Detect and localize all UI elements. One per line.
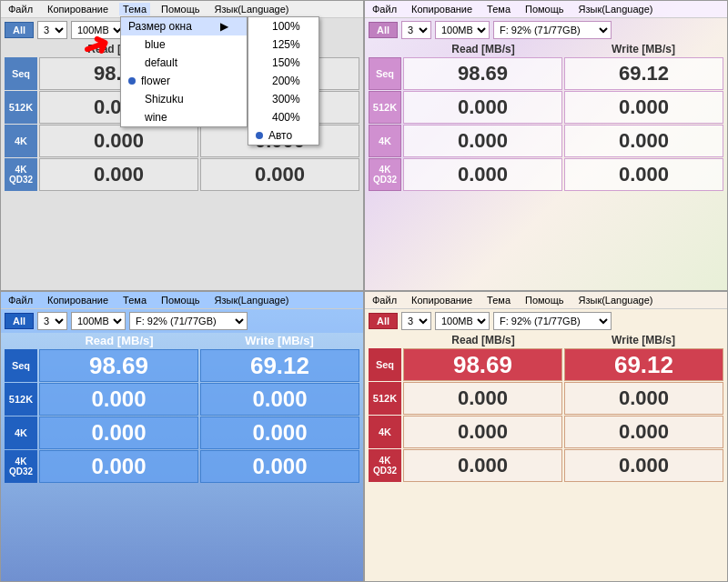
menu-copy-1[interactable]: Копирование [44, 3, 112, 15]
drive-select-2[interactable]: F: 92% (71/77GB) [493, 21, 612, 39]
seq-label-3: Seq [5, 349, 37, 382]
menu-copy-3[interactable]: Копирование [44, 294, 112, 306]
seq-label-1: Seq [5, 57, 37, 90]
write-header-3: Write [MB/s] [199, 333, 359, 348]
panel-wine: Файл Копирование Тема Помощь Язык(Langua… [364, 291, 728, 582]
4kqd32-label-4: 4KQD32 [369, 449, 401, 482]
seq-write-1: 69.12 [200, 57, 359, 90]
count-select-4[interactable]: 3 [401, 312, 431, 330]
menu-file-3[interactable]: Файл [5, 294, 36, 306]
menu-help-4[interactable]: Помощь [521, 294, 568, 306]
seq-label-4: Seq [369, 348, 401, 381]
4k-label-4: 4K [369, 416, 401, 448]
seq-read-3: 98.69 [39, 349, 198, 382]
panel-default: Файл Копирование Тема Помощь Язык(Langua… [0, 0, 364, 291]
menu-file-2[interactable]: Файл [369, 3, 400, 15]
4kqd32-write-3: 0.000 [200, 450, 359, 483]
write-header-1: Write [MB/s] [199, 42, 359, 56]
panel-blue: Файл Копирование Тема Помощь Язык(Langua… [0, 291, 364, 582]
all-button-2[interactable]: All [369, 22, 398, 38]
menu-help-1[interactable]: Помощь [157, 3, 204, 15]
512k-label-1: 512K [5, 91, 37, 124]
row-512k-4: 512K 0.000 0.000 [369, 382, 723, 415]
count-select-2[interactable]: 3 [401, 21, 431, 39]
menu-lang-1[interactable]: Язык(Language) [211, 3, 293, 15]
menubar-1: Файл Копирование Тема Помощь Язык(Langua… [1, 1, 363, 18]
drive-select-1[interactable]: F: 92% (71/77GB) [129, 21, 248, 39]
controls-4: All 3 100MB F: 92% (71/77GB) [365, 309, 727, 333]
row-seq-2: Seq 98.69 69.12 [369, 57, 723, 90]
512k-read-4: 0.000 [403, 382, 562, 415]
row-4k-4: 4K 0.000 0.000 [369, 416, 723, 448]
4k-label-2: 4K [369, 125, 401, 157]
row-512k-3: 512K 0.000 0.000 [5, 383, 359, 416]
menu-theme-4[interactable]: Тема [483, 294, 514, 306]
count-select-3[interactable]: 3 [37, 312, 67, 330]
all-button-1[interactable]: All [5, 22, 34, 38]
512k-write-1: 0.000 [200, 91, 359, 124]
write-header-2: Write [MB/s] [563, 42, 723, 56]
4kqd32-label-3: 4KQD32 [5, 450, 37, 483]
512k-label-2: 512K [369, 91, 401, 124]
4k-label-3: 4K [5, 416, 37, 449]
all-button-3[interactable]: All [5, 313, 34, 329]
4k-write-3: 0.000 [200, 416, 359, 449]
read-header-4: Read [MB/s] [403, 333, 563, 347]
read-header-3: Read [MB/s] [39, 333, 199, 348]
512k-label-4: 512K [369, 382, 401, 415]
seq-read-4: 98.69 [403, 348, 562, 381]
seq-read-1: 98.69 [39, 57, 198, 90]
4k-write-4: 0.000 [564, 416, 723, 448]
menu-lang-3[interactable]: Язык(Language) [211, 294, 293, 306]
menu-copy-2[interactable]: Копирование [408, 3, 476, 15]
seq-label-2: Seq [369, 57, 401, 90]
read-header-1: Read [MB/s] [39, 42, 199, 56]
menubar-3: Файл Копирование Тема Помощь Язык(Langua… [1, 292, 363, 309]
4kqd32-read-2: 0.000 [403, 158, 562, 191]
header-row-1: Read [MB/s] Write [MB/s] [5, 42, 359, 56]
row-4kqd32-3: 4KQD32 0.000 0.000 [5, 450, 359, 483]
header-row-3: Read [MB/s] Write [MB/s] [5, 333, 359, 348]
seq-read-2: 98.69 [403, 57, 562, 90]
4k-read-1: 0.000 [39, 125, 198, 157]
4kqd32-label-2: 4KQD32 [369, 158, 401, 191]
menu-theme-2[interactable]: Тема [483, 3, 514, 15]
size-select-1[interactable]: 100MB [71, 21, 126, 39]
menu-theme-3[interactable]: Тема [119, 294, 150, 306]
size-select-2[interactable]: 100MB [435, 21, 490, 39]
row-512k-2: 512K 0.000 0.000 [369, 91, 723, 124]
4kqd32-write-4: 0.000 [564, 449, 723, 482]
512k-read-2: 0.000 [403, 91, 562, 124]
row-4k-1: 4K 0.000 0.000 [5, 125, 359, 157]
menu-copy-4[interactable]: Копирование [408, 294, 476, 306]
size-select-3[interactable]: 100MB [71, 312, 126, 330]
4kqd32-read-1: 0.000 [39, 158, 198, 191]
drive-select-3[interactable]: F: 92% (71/77GB) [129, 312, 248, 330]
4kqd32-write-1: 0.000 [200, 158, 359, 191]
row-seq-3: Seq 98.69 69.12 [5, 349, 359, 382]
controls-3: All 3 100MB F: 92% (71/77GB) [1, 309, 363, 333]
menu-theme-1[interactable]: Тема [119, 3, 150, 15]
row-4k-2: 4K 0.000 0.000 [369, 125, 723, 157]
all-button-4[interactable]: All [369, 313, 398, 329]
panel-flower: Файл Копирование Тема Помощь Язык(Langua… [364, 0, 728, 291]
size-select-4[interactable]: 100MB [435, 312, 490, 330]
menu-lang-2[interactable]: Язык(Language) [575, 3, 657, 15]
menu-help-3[interactable]: Помощь [157, 294, 204, 306]
drive-select-4[interactable]: F: 92% (71/77GB) [493, 312, 612, 330]
row-4kqd32-1: 4KQD32 0.000 0.000 [5, 158, 359, 191]
menubar-2: Файл Копирование Тема Помощь Язык(Langua… [365, 1, 727, 18]
seq-write-4: 69.12 [564, 348, 723, 381]
row-4kqd32-4: 4KQD32 0.000 0.000 [369, 449, 723, 482]
menu-file-4[interactable]: Файл [369, 294, 400, 306]
count-select-1[interactable]: 3 [37, 21, 67, 39]
menu-lang-4[interactable]: Язык(Language) [575, 294, 657, 306]
4k-read-4: 0.000 [403, 416, 562, 448]
menu-help-2[interactable]: Помощь [521, 3, 568, 15]
4kqd32-read-4: 0.000 [403, 449, 562, 482]
row-seq-1: Seq 98.69 69.12 [5, 57, 359, 90]
seq-write-2: 69.12 [564, 57, 723, 90]
512k-read-1: 0.000 [39, 91, 198, 124]
menu-file-1[interactable]: Файл [5, 3, 36, 15]
4k-read-3: 0.000 [39, 416, 198, 449]
